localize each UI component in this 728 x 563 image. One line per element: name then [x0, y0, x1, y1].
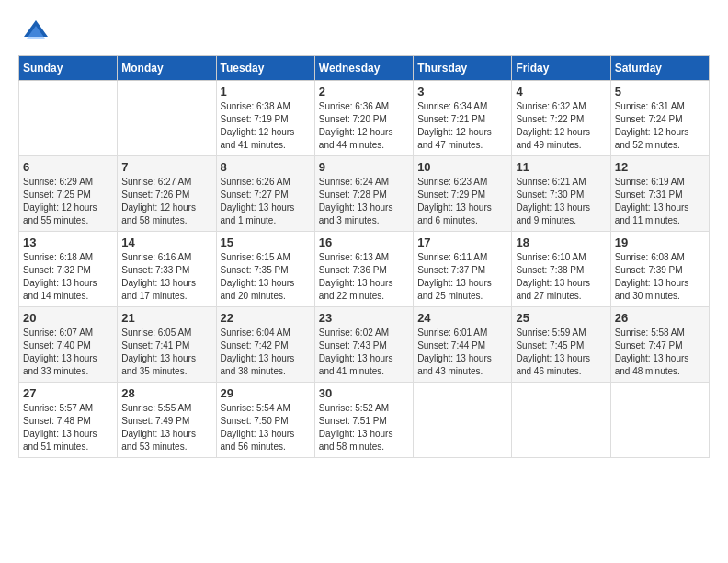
logo: [18, 18, 50, 46]
calendar-cell: 23Sunrise: 6:02 AMSunset: 7:43 PMDayligh…: [314, 307, 413, 383]
day-number: 23: [319, 311, 409, 325]
calendar-cell: 19Sunrise: 6:08 AMSunset: 7:39 PMDayligh…: [610, 232, 709, 307]
day-number: 10: [417, 160, 507, 174]
calendar-table: SundayMondayTuesdayWednesdayThursdayFrid…: [18, 55, 710, 458]
header: [18, 18, 710, 46]
day-number: 2: [319, 85, 409, 98]
day-number: 22: [221, 311, 311, 325]
calendar-cell: 13Sunrise: 6:18 AMSunset: 7:32 PMDayligh…: [19, 232, 118, 307]
calendar-cell: 27Sunrise: 5:57 AMSunset: 7:48 PMDayligh…: [19, 383, 118, 458]
day-number: 29: [221, 386, 311, 400]
weekday-header-sunday: Sunday: [19, 56, 118, 81]
calendar-cell: 2Sunrise: 6:36 AMSunset: 7:20 PMDaylight…: [314, 81, 413, 156]
day-number: 24: [417, 311, 507, 325]
day-info: Sunrise: 5:59 AMSunset: 7:45 PMDaylight:…: [516, 327, 606, 378]
day-number: 14: [121, 236, 211, 249]
day-number: 16: [319, 236, 409, 249]
calendar-cell: 11Sunrise: 6:21 AMSunset: 7:30 PMDayligh…: [512, 156, 610, 232]
day-info: Sunrise: 5:58 AMSunset: 7:47 PMDaylight:…: [615, 327, 705, 378]
day-info: Sunrise: 5:52 AMSunset: 7:51 PMDaylight:…: [319, 402, 409, 454]
day-number: 27: [23, 386, 113, 400]
calendar-week-row: 27Sunrise: 5:57 AMSunset: 7:48 PMDayligh…: [19, 383, 710, 458]
day-info: Sunrise: 6:26 AMSunset: 7:27 PMDaylight:…: [221, 176, 311, 227]
weekday-header-row: SundayMondayTuesdayWednesdayThursdayFrid…: [19, 56, 710, 81]
day-info: Sunrise: 6:13 AMSunset: 7:36 PMDaylight:…: [319, 251, 409, 303]
day-info: Sunrise: 6:24 AMSunset: 7:28 PMDaylight:…: [319, 176, 409, 227]
day-number: 21: [121, 311, 211, 325]
day-info: Sunrise: 5:54 AMSunset: 7:50 PMDaylight:…: [221, 402, 311, 454]
day-number: 9: [319, 160, 409, 174]
day-info: Sunrise: 6:04 AMSunset: 7:42 PMDaylight:…: [221, 327, 311, 378]
day-number: 7: [121, 160, 211, 174]
calendar-cell: [19, 81, 118, 156]
calendar-cell: 18Sunrise: 6:10 AMSunset: 7:38 PMDayligh…: [512, 232, 610, 307]
day-number: 13: [23, 236, 113, 249]
weekday-header-thursday: Thursday: [414, 56, 512, 81]
day-info: Sunrise: 6:23 AMSunset: 7:29 PMDaylight:…: [417, 176, 507, 227]
calendar-cell: 12Sunrise: 6:19 AMSunset: 7:31 PMDayligh…: [610, 156, 709, 232]
calendar-cell: 16Sunrise: 6:13 AMSunset: 7:36 PMDayligh…: [314, 232, 413, 307]
day-info: Sunrise: 6:29 AMSunset: 7:25 PMDaylight:…: [23, 176, 113, 227]
calendar-week-row: 13Sunrise: 6:18 AMSunset: 7:32 PMDayligh…: [19, 232, 710, 307]
weekday-header-saturday: Saturday: [610, 56, 709, 81]
day-number: 5: [615, 85, 705, 98]
day-info: Sunrise: 6:32 AMSunset: 7:22 PMDaylight:…: [516, 100, 606, 152]
calendar-cell: 4Sunrise: 6:32 AMSunset: 7:22 PMDaylight…: [512, 81, 610, 156]
weekday-header-tuesday: Tuesday: [216, 56, 314, 81]
calendar-cell: 26Sunrise: 5:58 AMSunset: 7:47 PMDayligh…: [610, 307, 709, 383]
day-number: 30: [319, 386, 409, 400]
day-number: 19: [615, 236, 705, 249]
day-info: Sunrise: 6:21 AMSunset: 7:30 PMDaylight:…: [516, 176, 606, 227]
calendar-week-row: 20Sunrise: 6:07 AMSunset: 7:40 PMDayligh…: [19, 307, 710, 383]
day-info: Sunrise: 6:18 AMSunset: 7:32 PMDaylight:…: [23, 251, 113, 303]
day-info: Sunrise: 6:16 AMSunset: 7:33 PMDaylight:…: [121, 251, 211, 303]
day-info: Sunrise: 6:01 AMSunset: 7:44 PMDaylight:…: [417, 327, 507, 378]
day-number: 28: [121, 386, 211, 400]
day-number: 26: [615, 311, 705, 325]
day-number: 1: [221, 85, 311, 98]
day-info: Sunrise: 6:38 AMSunset: 7:19 PMDaylight:…: [221, 100, 311, 152]
day-number: 4: [516, 85, 606, 98]
day-number: 18: [516, 236, 606, 249]
calendar-cell: 1Sunrise: 6:38 AMSunset: 7:19 PMDaylight…: [216, 81, 314, 156]
day-info: Sunrise: 6:08 AMSunset: 7:39 PMDaylight:…: [615, 251, 705, 303]
day-number: 17: [417, 236, 507, 249]
day-info: Sunrise: 6:36 AMSunset: 7:20 PMDaylight:…: [319, 100, 409, 152]
calendar-cell: 22Sunrise: 6:04 AMSunset: 7:42 PMDayligh…: [216, 307, 314, 383]
day-info: Sunrise: 6:11 AMSunset: 7:37 PMDaylight:…: [417, 251, 507, 303]
day-info: Sunrise: 6:19 AMSunset: 7:31 PMDaylight:…: [615, 176, 705, 227]
day-number: 12: [615, 160, 705, 174]
calendar-cell: 20Sunrise: 6:07 AMSunset: 7:40 PMDayligh…: [19, 307, 118, 383]
calendar-cell: 8Sunrise: 6:26 AMSunset: 7:27 PMDaylight…: [216, 156, 314, 232]
weekday-header-wednesday: Wednesday: [314, 56, 413, 81]
calendar-cell: [512, 383, 610, 458]
calendar-cell: 3Sunrise: 6:34 AMSunset: 7:21 PMDaylight…: [414, 81, 512, 156]
day-info: Sunrise: 6:34 AMSunset: 7:21 PMDaylight:…: [417, 100, 507, 152]
calendar-cell: 30Sunrise: 5:52 AMSunset: 7:51 PMDayligh…: [314, 383, 413, 458]
day-info: Sunrise: 6:27 AMSunset: 7:26 PMDaylight:…: [121, 176, 211, 227]
calendar-cell: [414, 383, 512, 458]
day-number: 20: [23, 311, 113, 325]
day-info: Sunrise: 6:02 AMSunset: 7:43 PMDaylight:…: [319, 327, 409, 378]
day-info: Sunrise: 6:07 AMSunset: 7:40 PMDaylight:…: [23, 327, 113, 378]
weekday-header-monday: Monday: [118, 56, 216, 81]
calendar-cell: 29Sunrise: 5:54 AMSunset: 7:50 PMDayligh…: [216, 383, 314, 458]
calendar-cell: [610, 383, 709, 458]
day-number: 15: [221, 236, 311, 249]
calendar-cell: 5Sunrise: 6:31 AMSunset: 7:24 PMDaylight…: [610, 81, 709, 156]
calendar-cell: 25Sunrise: 5:59 AMSunset: 7:45 PMDayligh…: [512, 307, 610, 383]
calendar-cell: 28Sunrise: 5:55 AMSunset: 7:49 PMDayligh…: [118, 383, 216, 458]
calendar-cell: 17Sunrise: 6:11 AMSunset: 7:37 PMDayligh…: [414, 232, 512, 307]
calendar-cell: 24Sunrise: 6:01 AMSunset: 7:44 PMDayligh…: [414, 307, 512, 383]
day-info: Sunrise: 6:15 AMSunset: 7:35 PMDaylight:…: [221, 251, 311, 303]
calendar-cell: 10Sunrise: 6:23 AMSunset: 7:29 PMDayligh…: [414, 156, 512, 232]
calendar-cell: 7Sunrise: 6:27 AMSunset: 7:26 PMDaylight…: [118, 156, 216, 232]
day-number: 11: [516, 160, 606, 174]
calendar-cell: 14Sunrise: 6:16 AMSunset: 7:33 PMDayligh…: [118, 232, 216, 307]
calendar-cell: 6Sunrise: 6:29 AMSunset: 7:25 PMDaylight…: [19, 156, 118, 232]
day-info: Sunrise: 5:57 AMSunset: 7:48 PMDaylight:…: [23, 402, 113, 454]
calendar-cell: 15Sunrise: 6:15 AMSunset: 7:35 PMDayligh…: [216, 232, 314, 307]
calendar-cell: [118, 81, 216, 156]
day-info: Sunrise: 6:05 AMSunset: 7:41 PMDaylight:…: [121, 327, 211, 378]
calendar-cell: 9Sunrise: 6:24 AMSunset: 7:28 PMDaylight…: [314, 156, 413, 232]
